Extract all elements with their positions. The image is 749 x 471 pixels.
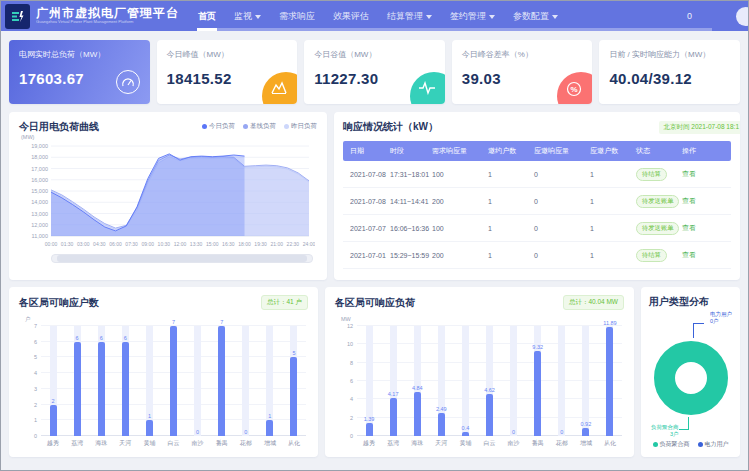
svg-text:17,000: 17,000: [31, 166, 48, 172]
bar-value-label: 7: [204, 319, 240, 325]
user-avatar[interactable]: [736, 7, 749, 26]
notification-count[interactable]: 0: [687, 1, 692, 31]
table-cell: 1: [488, 198, 534, 205]
bar-column: 2: [41, 326, 65, 436]
chevron-down-icon: [489, 15, 495, 19]
bar-track: [462, 326, 469, 436]
nav-item-6[interactable]: 参数配置: [504, 1, 567, 31]
legend-dot: [243, 124, 248, 129]
user-type-card: 用户类型分布 电力用户 0户 负荷聚合商 3户 负荷聚合商电力用户: [641, 287, 740, 457]
table-cell: 1: [488, 171, 534, 178]
bar-column: 6: [113, 326, 137, 436]
view-link[interactable]: 查看: [682, 170, 696, 177]
x-tick-label: 黄埔: [453, 439, 477, 448]
bar: [218, 326, 225, 436]
legend-item-1[interactable]: 基线负荷: [243, 122, 276, 131]
svg-text:09:00: 09:00: [141, 241, 154, 247]
response-table: 日期时段需求响应量邀约户数应邀响应量应邀户数状态操作 2021-07-0817:…: [343, 141, 731, 269]
column-header: 需求响应量: [432, 146, 488, 156]
svg-text:24:00: 24:00: [303, 241, 315, 247]
table-row: 2021-07-0716:06~16:36100101待发送账单查看: [343, 215, 731, 242]
kpi-label: 今日峰值（MW）: [167, 49, 288, 60]
beijing-time-badge: 北京时间 2021-07-08 18:1: [659, 121, 740, 134]
chevron-down-icon: [255, 15, 261, 19]
response-stats-card: 响应情况统计（kW） 北京时间 2021-07-08 18:1 日期时段需求响应…: [334, 112, 740, 280]
bar-column: 0: [550, 326, 574, 436]
bar-column: 0: [186, 326, 210, 436]
legend-item-0[interactable]: 今日负荷: [202, 122, 235, 131]
kpi-card-peak: 今日峰值（MW） 18415.52: [157, 40, 298, 104]
svg-text:13:30: 13:30: [190, 241, 203, 247]
svg-text:19:30: 19:30: [254, 241, 267, 247]
bar-column: 1: [258, 326, 282, 436]
legend-item-2[interactable]: 昨日负荷: [284, 122, 317, 131]
table-header-row: 日期时段需求响应量邀约户数应邀响应量应邀户数状态操作: [343, 141, 731, 161]
view-link[interactable]: 查看: [682, 224, 696, 231]
y-axis-unit: (MW): [21, 134, 34, 140]
chevron-down-icon: [552, 15, 558, 19]
legend-dot: [698, 442, 703, 447]
column-header: 状态: [636, 146, 682, 156]
middle-row: 今日用电负荷曲线 今日负荷基线负荷昨日负荷 (MW) 19,00018,0001…: [9, 112, 740, 280]
households-total-badge: 总计：41 户: [261, 295, 308, 310]
y-axis-unit: 户: [25, 316, 31, 323]
nav-item-2[interactable]: 需求响应: [270, 1, 324, 31]
bar-column: 4.84: [405, 326, 429, 436]
bar-column: 11.89: [598, 326, 622, 436]
donut-legend: 负荷聚合商电力用户: [649, 440, 732, 449]
bar-column: 5: [282, 326, 306, 436]
bar-column: 0: [502, 326, 526, 436]
bar-column: 0: [234, 326, 258, 436]
x-tick-label: 花都: [550, 439, 574, 448]
y-tick-label: 8: [337, 360, 353, 366]
bar: [122, 342, 129, 436]
bar: [266, 420, 273, 436]
nav-item-1[interactable]: 监视: [225, 1, 270, 31]
user-type-title: 用户类型分布: [649, 295, 732, 309]
households-bar-chart: 户0123456726661707015越秀荔湾海珠天河黄埔白云南沙番禺花都增城…: [19, 326, 308, 448]
load-curve-chart: 19,00018,00017,00016,00015,00014,00013,0…: [19, 140, 315, 252]
nav-item-4[interactable]: 结算管理: [378, 1, 441, 31]
table-cell: 0: [534, 171, 590, 178]
x-tick-label: 荔湾: [381, 439, 405, 448]
svg-text:10:30: 10:30: [158, 241, 171, 247]
table-cell: 2021-07-07: [350, 225, 390, 232]
svg-text:21:00: 21:00: [270, 241, 283, 247]
bar-value-label: 7: [155, 319, 191, 325]
bar: [74, 342, 81, 436]
donut-legend-item-1[interactable]: 电力用户: [698, 440, 729, 449]
svg-text:03:00: 03:00: [77, 241, 90, 247]
x-tick-label: 番禺: [526, 439, 550, 448]
datazoom-slider[interactable]: [51, 254, 313, 263]
table-cell: 0: [534, 198, 590, 205]
x-tick-label: 增城: [574, 439, 598, 448]
svg-text:01:30: 01:30: [61, 241, 74, 247]
view-link[interactable]: 查看: [682, 197, 696, 204]
bar: [438, 413, 445, 436]
kpi-card-total-load: 电网实时总负荷（MW） 17603.67: [9, 40, 150, 104]
kpi-label: 日前 / 实时响应能力（MW）: [609, 49, 730, 60]
view-link[interactable]: 查看: [682, 251, 696, 258]
x-tick-label: 天河: [113, 439, 137, 448]
chevron-down-icon: [426, 15, 432, 19]
table-cell: 17:31~18:01: [390, 171, 432, 178]
load-total-badge: 总计：40.04 MW: [563, 295, 624, 310]
donut-legend-item-0[interactable]: 负荷聚合商: [653, 440, 690, 449]
callout-power-user: 电力用户 0户: [710, 311, 732, 325]
bar: [390, 398, 397, 436]
column-header: 日期: [350, 146, 390, 156]
nav-item-0[interactable]: 首页: [189, 1, 225, 31]
nav-item-3[interactable]: 效果评估: [324, 1, 378, 31]
svg-text:00:00: 00:00: [45, 241, 58, 247]
y-tick-label: 4: [337, 396, 353, 402]
table-cell: 2021-07-08: [350, 198, 390, 205]
kpi-card-peak-valley-rate: 今日峰谷差率（%） 39.03 %: [452, 40, 593, 104]
svg-text:22:30: 22:30: [287, 241, 300, 247]
y-axis-unit: MW: [341, 316, 351, 322]
x-tick-label: 增城: [258, 439, 282, 448]
x-tick-label: 白云: [477, 439, 501, 448]
brand-block: 广州市虚拟电厂管理平台 Guangzhou Virtual Power Plan…: [36, 7, 179, 24]
datazoom-selection[interactable]: [57, 255, 307, 262]
app-logo: [5, 4, 30, 29]
nav-item-5[interactable]: 签约管理: [441, 1, 504, 31]
